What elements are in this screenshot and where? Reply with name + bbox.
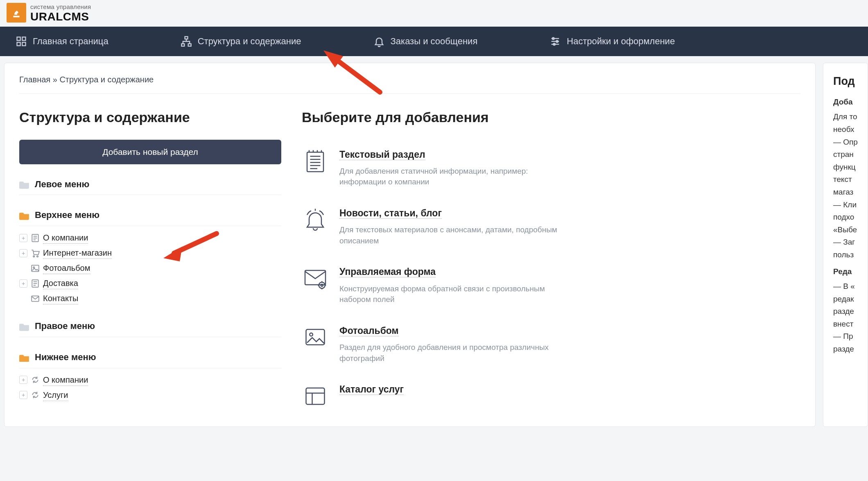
add-option-title[interactable]: Управляемая форма [339,266,436,277]
help-line: текст [833,174,868,185]
tree-node-link[interactable]: Интернет-магазин [43,247,112,259]
chess-knight-icon [10,7,23,19]
add-option-photo[interactable]: Фотоальбом Раздел для удобного добавлени… [302,316,800,374]
tree-node-link[interactable]: О компании [43,374,88,386]
tree-node-link[interactable]: Фотоальбом [43,262,90,274]
add-option-form[interactable]: Управляемая форма Конструируемая форма о… [302,257,800,315]
add-option-catalog[interactable]: Каталог услуг [302,374,800,410]
help-line: — Заг [833,237,868,248]
tree-menu-left: Левое меню [19,176,281,195]
bell-big-icon [302,206,329,234]
nav-item-home[interactable]: Главная страница [4,27,120,56]
tree-children: + О компании + Интернет-магазин + [19,230,281,306]
tree-row: + О компании [19,230,281,245]
tree-node-link[interactable]: О компании [43,232,88,244]
tree-folder-label: Правое меню [35,320,95,333]
add-option-desc: Для добавления статичной информации, нап… [339,166,569,188]
svg-rect-4 [185,36,188,39]
notepad-icon [302,148,329,175]
svg-point-49 [310,333,313,336]
folder-icon [19,180,30,189]
primary-nav: Главная страница Структура и содержание … [0,27,868,56]
tree-menu-top: Верхнее меню + О компании + Интернет-маг… [19,206,281,306]
help-line: внест [833,319,868,330]
tree-folder[interactable]: Верхнее меню [19,206,281,226]
tree-menu-right: Правое меню [19,318,281,337]
nav-item-label: Структура и содержание [198,35,301,48]
doc-icon [31,234,40,243]
mail-icon [31,294,40,303]
help-line: необх [833,124,868,135]
envelope-gear-icon [302,265,329,292]
add-option-text[interactable]: Текстовый раздел Для добавления статично… [302,140,800,198]
expand-handle-icon[interactable]: + [19,234,27,242]
expand-handle-icon[interactable]: + [19,249,27,257]
help-line: стран [833,149,868,160]
nav-item-label: Заказы и сообщения [391,35,478,48]
svg-rect-50 [306,388,325,404]
refresh-icon [31,390,40,399]
add-option-desc: Для текстовых материалов с анонсами, дат… [339,225,569,246]
tree-node-link[interactable]: Доставка [43,277,78,289]
main-panel: Главная » Структура и содержание Структу… [4,63,816,427]
grid-icon [16,36,27,47]
picture-icon [302,324,329,351]
tree-children: + О компании + Услуги [19,372,281,403]
svg-rect-48 [306,329,325,345]
svg-point-19 [33,256,34,257]
catalog-icon [302,383,329,410]
svg-rect-0 [17,37,20,41]
help-line: редак [833,294,868,305]
help-line: — Кли [833,200,868,211]
breadcrumb-sep: » [50,75,59,84]
image-icon [31,264,40,273]
svg-rect-6 [188,44,191,46]
help-line: функц [833,162,868,173]
tree-row: + О компании [19,372,281,388]
tree-row: + Доставка [19,276,281,291]
logo-title: URALCMS [30,11,91,23]
svg-rect-3 [22,42,25,45]
tree-folder-label: Левое меню [35,178,89,191]
tree-node-link[interactable]: Услуги [43,389,68,401]
add-title: Выберите для добавления [302,108,800,127]
logo-text: система управления URALCMS [30,2,91,23]
tree-row: + Фотоальбом [19,261,281,276]
tree-row: + Интернет-магазин [19,245,281,261]
help-heading: Доба [833,97,868,108]
add-option-title[interactable]: Фотоальбом [339,325,399,336]
tree-folder[interactable]: Левое меню [19,176,281,195]
nav-item-orders[interactable]: Заказы и сообщения [362,27,489,56]
expand-handle-icon[interactable]: + [19,376,27,384]
breadcrumb-root[interactable]: Главная [19,75,50,84]
add-column: Выберите для добавления Текстовый раздел… [302,108,800,414]
logo-mark [7,3,26,23]
tree-node-link[interactable]: Контакты [43,293,78,304]
help-title: Под [833,74,868,89]
refresh-icon [31,375,40,384]
nav-item-structure[interactable]: Структура и содержание [169,27,313,56]
nav-item-label: Настройки и оформление [567,35,675,48]
workarea: Главная » Структура и содержание Структу… [0,56,868,427]
add-option-news[interactable]: Новости, статьи, блог Для текстовых мате… [302,198,800,257]
svg-rect-5 [181,44,184,46]
add-option-title[interactable]: Текстовый раздел [339,149,425,160]
help-line: — Опр [833,137,868,148]
cart-icon [31,249,40,258]
add-section-button[interactable]: Добавить новый раздел [19,140,281,164]
structure-column: Структура и содержание Добавить новый ра… [19,108,281,414]
tree-folder[interactable]: Нижнее меню [19,349,281,368]
nav-item-settings[interactable]: Настройки и оформление [538,27,686,56]
tree-folder-label: Верхнее меню [35,209,99,222]
expand-handle-icon[interactable]: + [19,391,27,399]
svg-rect-1 [22,37,25,41]
sitemap-icon [181,36,192,47]
tree-menu-bottom: Нижнее меню + О компании + Услуги [19,349,281,403]
tree-folder[interactable]: Правое меню [19,318,281,337]
add-option-title[interactable]: Каталог услуг [339,384,404,395]
help-line: магаз [833,187,868,198]
svg-rect-2 [17,42,20,45]
help-line: разде [833,306,868,317]
add-option-title[interactable]: Новости, статьи, блог [339,208,442,219]
expand-handle-icon[interactable]: + [19,279,27,288]
